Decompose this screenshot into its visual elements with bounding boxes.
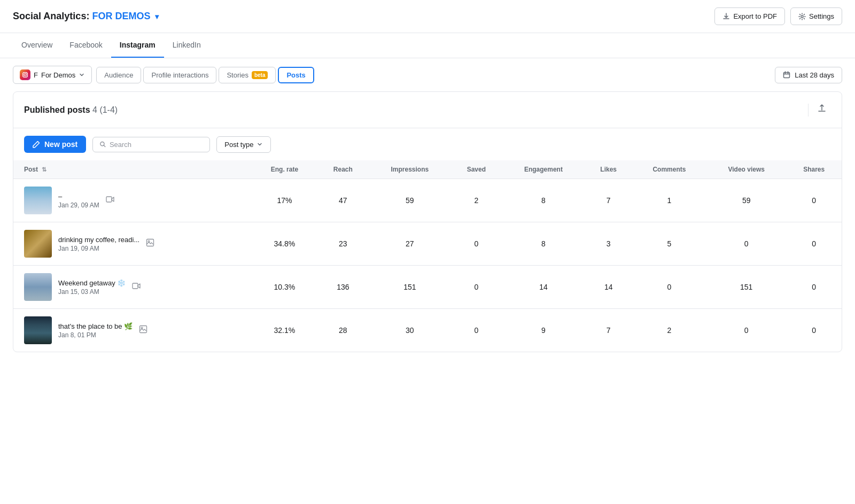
post-date: Jan 19, 09 AM [58,245,139,252]
post-thumbnail [24,187,52,214]
likes: 3 [585,222,632,266]
new-post-button[interactable]: New post [24,136,86,153]
svg-point-3 [26,73,27,73]
post-text: drinking my coffee, readi... Jan 19, 09 … [58,236,139,252]
post-date: Jan 8, 01 PM [58,331,133,339]
post-text: – Jan 29, 09 AM [58,192,99,209]
table-row[interactable]: – Jan 29, 09 AM 17% 47 59 2 8 7 1 59 0 [13,179,842,222]
posts-section-header: Published posts 4 (1-4) [13,92,842,128]
filter-tab-stories[interactable]: Stories beta [219,67,276,83]
table-row[interactable]: Weekend getaway ❄️ Jan 15, 03 AM 10.3% 1… [13,266,842,309]
post-cell: Weekend getaway ❄️ Jan 15, 03 AM [13,266,252,309]
impressions: 27 [369,222,450,266]
post-type-button[interactable]: Post type [216,136,271,153]
post-title: that's the place to be 🌿 [58,322,133,330]
date-range-button[interactable]: Last 28 days [775,67,842,83]
reach: 136 [317,266,369,309]
shares: 0 [786,222,842,266]
tab-linkedin[interactable]: LinkedIn [164,33,209,58]
saved: 0 [450,309,502,352]
tab-facebook[interactable]: Facebook [61,33,111,58]
section-export-button[interactable] [813,102,831,118]
svg-point-0 [801,15,803,18]
post-info: drinking my coffee, readi... Jan 19, 09 … [24,230,246,258]
brand-chevron[interactable]: ▾ [155,12,159,21]
post-title: – [58,192,99,200]
col-comments: Comments [632,160,706,179]
date-range-text: Last 28 days [795,71,834,79]
post-cell: drinking my coffee, readi... Jan 19, 09 … [13,222,252,266]
engagement: 9 [502,309,585,352]
likes: 7 [585,179,632,222]
post-thumbnail [24,316,52,344]
comments: 0 [632,266,706,309]
saved: 0 [450,266,502,309]
shares: 0 [786,179,842,222]
filter-tab-audience[interactable]: Audience [96,67,141,83]
post-date: Jan 29, 09 AM [58,201,99,209]
post-text: that's the place to be 🌿 Jan 8, 01 PM [58,322,133,339]
account-selector[interactable]: F For Demos [13,66,92,84]
app-title: Social Analytics: FOR DEMOS ▾ [13,11,159,22]
header-actions: Export to PDF Settings [714,7,842,25]
post-date: Jan 15, 03 AM [58,288,126,296]
video-views: 0 [706,222,786,266]
comments: 5 [632,222,706,266]
post-cell: – Jan 29, 09 AM [13,179,252,222]
nav-tabs: Overview Facebook Instagram LinkedIn [0,33,855,58]
post-type-icon [132,282,141,292]
dropdown-chevron-icon [79,72,85,78]
col-eng-rate: Eng. rate [252,160,317,179]
post-info: Weekend getaway ❄️ Jan 15, 03 AM [24,273,246,301]
export-pdf-button[interactable]: Export to PDF [714,7,785,25]
table-header-row: Post ⇅ Eng. rate Reach Impressions Saved… [13,160,842,179]
instagram-icon [20,69,30,80]
filter-tab-posts[interactable]: Posts [278,67,314,83]
col-engagement: Engagement [502,160,585,179]
upload-icon [817,104,827,113]
export-icon [722,13,730,20]
search-icon [99,141,106,148]
settings-button[interactable]: Settings [790,7,842,25]
sub-nav-left: F For Demos Audience Profile interaction… [13,66,314,84]
app-title-text: Social Analytics: [13,11,89,21]
post-info: – Jan 29, 09 AM [24,187,246,214]
post-type-icon [139,325,147,336]
post-type-icon [106,195,114,206]
eng-rate: 17% [252,179,317,222]
sort-icon[interactable]: ⇅ [42,166,46,173]
reach: 47 [317,179,369,222]
col-likes: Likes [585,160,632,179]
impressions: 30 [369,309,450,352]
post-thumbnail [24,273,52,301]
search-input-wrap[interactable] [92,137,210,152]
eng-rate: 32.1% [252,309,317,352]
table-row[interactable]: drinking my coffee, readi... Jan 19, 09 … [13,222,842,266]
engagement: 14 [502,266,585,309]
shares: 0 [786,309,842,352]
post-info: that's the place to be 🌿 Jan 8, 01 PM [24,316,246,344]
table-row[interactable]: that's the place to be 🌿 Jan 8, 01 PM 32… [13,309,842,352]
post-cell: that's the place to be 🌿 Jan 8, 01 PM [13,309,252,352]
calendar-icon [783,71,790,79]
col-video-views: Video views [706,160,786,179]
reach: 23 [317,222,369,266]
header-divider [808,104,809,117]
reach: 28 [317,309,369,352]
filter-tab-profile-interactions[interactable]: Profile interactions [143,67,216,83]
eng-rate: 10.3% [252,266,317,309]
col-reach: Reach [317,160,369,179]
tab-instagram[interactable]: Instagram [111,33,164,58]
main-content: Published posts 4 (1-4) [0,91,855,365]
tab-overview[interactable]: Overview [13,33,61,58]
posts-section: Published posts 4 (1-4) [13,91,842,352]
post-title: drinking my coffee, readi... [58,236,139,244]
posts-toolbar: New post Post type [13,128,842,160]
post-type-icon [146,238,154,249]
post-text: Weekend getaway ❄️ Jan 15, 03 AM [58,279,126,296]
impressions: 59 [369,179,450,222]
search-input[interactable] [110,141,203,149]
sub-nav: F For Demos Audience Profile interaction… [0,58,855,91]
top-header: Social Analytics: FOR DEMOS ▾ Export to … [0,0,855,33]
saved: 2 [450,179,502,222]
